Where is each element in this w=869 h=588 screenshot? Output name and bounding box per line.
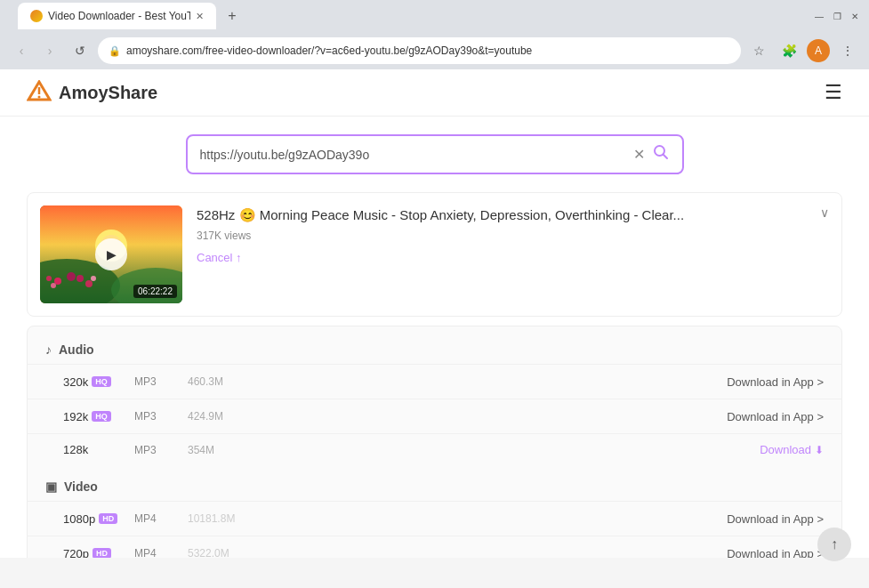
quality-value: 128k: [63, 443, 88, 456]
forward-button[interactable]: ›: [37, 38, 62, 63]
quality-value: 720p: [63, 547, 89, 559]
search-box: ✕: [186, 134, 684, 174]
filesize-5322: 5322.0M: [188, 547, 277, 558]
menu-icon[interactable]: ⋮: [835, 38, 860, 63]
quality-320k: 320k HQ: [63, 375, 134, 389]
hq-badge-192: HQ: [92, 411, 111, 422]
download-app-btn-720p[interactable]: Download in App >: [727, 545, 824, 558]
download-app-btn-1080p[interactable]: Download in App >: [727, 511, 824, 527]
quality-1080p: 1080p HD: [63, 512, 134, 526]
nav-bar: ‹ › ↺ 🔒 amoyshare.com/free-video-downloa…: [0, 32, 869, 69]
extensions-icon[interactable]: 🧩: [776, 38, 801, 63]
audio-row-128k: 128k MP3 354M Download ⬇: [28, 433, 841, 465]
search-area: ✕: [0, 117, 869, 192]
format-mp4-1080: MP4: [134, 512, 188, 525]
logo: AmoyShare: [27, 80, 157, 105]
page-content: AmoyShare ☰ ✕: [0, 69, 869, 558]
minimize-button[interactable]: —: [814, 11, 825, 21]
hamburger-menu[interactable]: ☰: [825, 81, 842, 104]
video-section-header: ▣ Video: [28, 472, 841, 501]
nav-icons: ☆ 🧩 A ⋮: [746, 38, 860, 63]
filesize-10181: 10181.8M: [188, 512, 277, 525]
search-icon: [652, 143, 670, 161]
window-controls: — ❐ ✕: [814, 11, 860, 21]
logo-text: AmoyShare: [59, 83, 157, 103]
address-text: amoyshare.com/free-video-downloader/?v=a…: [126, 44, 730, 57]
scroll-to-top-button[interactable]: ↑: [817, 528, 851, 561]
back-button[interactable]: ‹: [9, 38, 34, 63]
download-direct-btn-128k[interactable]: Download ⬇: [760, 443, 824, 456]
filesize-354: 354M: [188, 444, 277, 456]
tab-favicon: [30, 10, 43, 22]
hd-badge-1080: HD: [99, 513, 117, 524]
quality-value: 1080p: [63, 512, 95, 526]
video-row-1080p: 1080p HD MP4 10181.8M Download in App >: [28, 501, 841, 536]
title-bar: Video Downloader - Best YouTub... ✕ + — …: [0, 0, 869, 32]
audio-label: Audio: [59, 342, 94, 357]
video-thumbnail: ▶ 06:22:22: [40, 205, 182, 303]
quality-128k: 128k: [63, 443, 134, 456]
format-mp3-192: MP3: [134, 410, 188, 423]
tab-bar: Video Downloader - Best YouTub... ✕ +: [9, 1, 814, 31]
browser-chrome: Video Downloader - Best YouTub... ✕ + — …: [0, 0, 869, 69]
duration-badge: 06:22:22: [133, 285, 177, 298]
profile-icon[interactable]: A: [807, 39, 830, 62]
address-bar[interactable]: 🔒 amoyshare.com/free-video-downloader/?v…: [98, 37, 741, 64]
cancel-button[interactable]: Cancel ↑: [197, 251, 829, 264]
tab-title: Video Downloader - Best YouTub...: [48, 10, 190, 22]
audio-icon: ♪: [45, 342, 52, 357]
video-info: 528Hz 😊 Morning Peace Music - Stop Anxie…: [197, 205, 829, 264]
clear-button[interactable]: ✕: [633, 146, 645, 163]
video-title: 528Hz 😊 Morning Peace Music - Stop Anxie…: [197, 205, 829, 224]
lock-icon: 🔒: [109, 45, 121, 57]
audio-row-192k: 192k HQ MP3 424.9M Download in App >: [28, 399, 841, 433]
logo-icon: [27, 80, 52, 105]
search-button[interactable]: [652, 143, 670, 165]
video-label: Video: [64, 479, 98, 494]
format-mp3-128: MP3: [134, 444, 188, 456]
svg-point-2: [38, 96, 41, 99]
tab-close-button[interactable]: ✕: [196, 11, 204, 22]
restore-button[interactable]: ❐: [832, 11, 842, 21]
collapse-button[interactable]: ∨: [820, 205, 829, 220]
url-input[interactable]: [200, 148, 626, 162]
hd-badge-720: HD: [93, 548, 111, 558]
nav-arrows: ‹ ›: [9, 38, 62, 63]
quality-192k: 192k HQ: [63, 410, 134, 423]
close-button[interactable]: ✕: [849, 11, 860, 21]
video-row-720p: 720p HD MP4 5322.0M Download in App >: [28, 536, 841, 558]
quality-720p: 720p HD: [63, 547, 134, 559]
video-icon: ▣: [45, 479, 57, 494]
quality-value: 320k: [63, 375, 88, 389]
download-app-btn-192k[interactable]: Download in App >: [727, 408, 824, 424]
star-icon[interactable]: ☆: [746, 38, 771, 63]
reload-button[interactable]: ↺: [68, 38, 93, 63]
hq-badge: HQ: [92, 376, 111, 387]
result-card: ▶ 06:22:22 528Hz 😊 Morning Peace Music -…: [27, 192, 842, 317]
svg-line-4: [663, 155, 667, 159]
quality-value: 192k: [63, 410, 88, 423]
format-mp4-720: MP4: [134, 547, 188, 558]
download-arrow: ⬇: [815, 444, 824, 456]
format-mp3: MP3: [134, 375, 188, 388]
audio-row-320k: 320k HQ MP3 460.3M Download in App >: [28, 364, 841, 399]
video-views: 317K views: [197, 230, 829, 242]
filesize-424: 424.9M: [188, 410, 277, 423]
download-options: ♪ Audio 320k HQ MP3 460.3M Download in A…: [27, 326, 842, 558]
play-button[interactable]: ▶: [95, 238, 127, 270]
download-app-btn-320k[interactable]: Download in App >: [727, 374, 824, 390]
download-label-128k: Download: [760, 443, 811, 456]
site-header: AmoyShare ☰: [0, 69, 869, 117]
filesize-460: 460.3M: [188, 375, 277, 388]
audio-section-header: ♪ Audio: [28, 335, 841, 364]
new-tab-button[interactable]: +: [221, 5, 243, 27]
active-tab[interactable]: Video Downloader - Best YouTub... ✕: [18, 3, 216, 29]
